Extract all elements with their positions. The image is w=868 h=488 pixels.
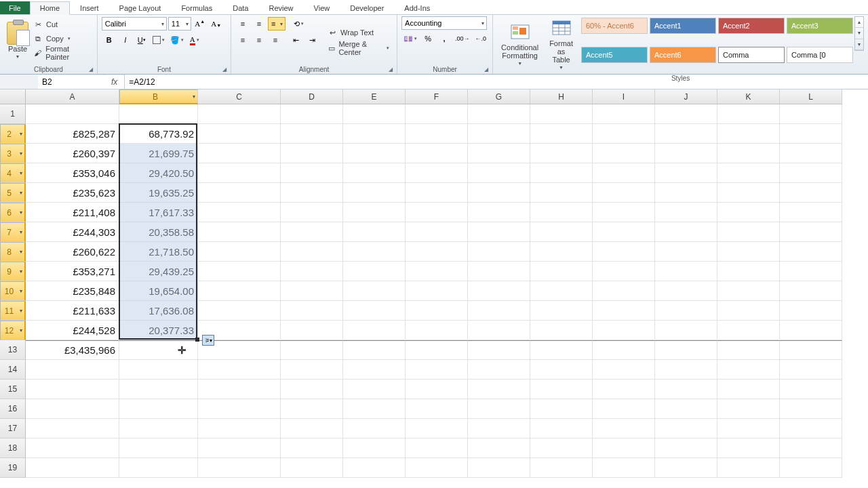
cell[interactable] <box>26 104 119 124</box>
cell[interactable] <box>717 321 780 340</box>
cell[interactable] <box>281 380 343 399</box>
cell[interactable] <box>655 222 717 242</box>
cell[interactable] <box>780 458 842 478</box>
cell[interactable] <box>780 242 842 262</box>
align-left-button[interactable]: ≡ <box>235 33 250 47</box>
cell[interactable] <box>281 419 343 439</box>
row-header[interactable]: 4 <box>0 163 26 183</box>
cell[interactable]: £260,622 <box>26 242 119 262</box>
cell[interactable] <box>198 399 281 419</box>
italic-button[interactable]: I <box>118 33 133 47</box>
row-header[interactable]: 10 <box>0 281 26 301</box>
column-header[interactable]: C <box>198 89 281 104</box>
cell[interactable] <box>655 144 717 163</box>
cell[interactable] <box>281 439 343 458</box>
cell[interactable] <box>343 340 406 360</box>
clipboard-dialog-launcher[interactable]: ◢ <box>89 66 96 73</box>
cell[interactable]: £260,397 <box>26 144 119 163</box>
cell[interactable] <box>468 281 530 301</box>
cell[interactable] <box>780 419 842 439</box>
cell[interactable] <box>343 380 406 399</box>
cell[interactable] <box>530 340 593 360</box>
cell[interactable] <box>281 321 343 340</box>
cell[interactable] <box>468 439 530 458</box>
column-header[interactable]: L <box>780 89 842 104</box>
cell[interactable] <box>468 301 530 321</box>
cell[interactable]: £353,271 <box>26 262 119 281</box>
cell[interactable] <box>655 360 717 380</box>
column-header[interactable]: B <box>119 89 198 104</box>
tab-add-ins[interactable]: Add-Ins <box>394 1 440 14</box>
cell[interactable] <box>593 203 655 222</box>
cell[interactable] <box>593 419 655 439</box>
cell[interactable] <box>343 360 406 380</box>
orientation-button[interactable]: ⟲ <box>291 16 306 31</box>
cell[interactable] <box>119 340 198 360</box>
bold-button[interactable]: B <box>102 33 117 47</box>
cell[interactable] <box>281 104 343 124</box>
cell[interactable] <box>530 321 593 340</box>
cell[interactable] <box>26 458 119 478</box>
cell[interactable]: £353,046 <box>26 163 119 183</box>
cell[interactable] <box>468 222 530 242</box>
cell[interactable] <box>593 262 655 281</box>
cell[interactable] <box>717 104 780 124</box>
cell-styles-gallery[interactable]: 60% - Accent6Accent1Accent2Accent3Accent… <box>580 16 864 73</box>
autofill-options-button[interactable]: ⚞▾ <box>202 335 214 346</box>
tab-page-layout[interactable]: Page Layout <box>109 1 172 14</box>
cell[interactable] <box>780 340 842 360</box>
row-header[interactable]: 17 <box>0 419 26 439</box>
cell[interactable] <box>198 380 281 399</box>
cell[interactable] <box>593 301 655 321</box>
cell[interactable] <box>406 281 468 301</box>
cell[interactable] <box>593 281 655 301</box>
comma-button[interactable]: , <box>437 31 452 46</box>
cell[interactable] <box>406 262 468 281</box>
cell[interactable] <box>717 340 780 360</box>
cell[interactable]: 17,636.08 <box>119 301 198 321</box>
cell[interactable] <box>655 124 717 144</box>
cell[interactable] <box>281 262 343 281</box>
fx-icon[interactable]: fx <box>108 77 120 87</box>
row-header[interactable]: 7 <box>0 222 26 242</box>
cell[interactable] <box>406 380 468 399</box>
cell[interactable] <box>343 321 406 340</box>
cell[interactable] <box>655 380 717 399</box>
accounting-format-button[interactable]: 💷 <box>401 31 419 46</box>
column-header[interactable]: H <box>530 89 593 104</box>
worksheet[interactable]: ABCDEFGHIJKL 123456789101112131415161718… <box>0 89 868 488</box>
cell[interactable]: 21,718.50 <box>119 242 198 262</box>
conditional-formatting-button[interactable]: Conditional Formatting▼ <box>497 16 542 73</box>
cell[interactable] <box>530 124 593 144</box>
cell[interactable] <box>119 439 198 458</box>
gallery-scroll[interactable]: ▲▼▼ <box>854 16 864 51</box>
cell[interactable] <box>198 360 281 380</box>
row-header[interactable]: 13 <box>0 340 26 360</box>
cell[interactable] <box>530 419 593 439</box>
cell[interactable]: 29,420.50 <box>119 163 198 183</box>
cell[interactable] <box>530 183 593 203</box>
style-cell[interactable]: Accent6 <box>650 47 716 63</box>
cell[interactable] <box>655 242 717 262</box>
row-header[interactable]: 6 <box>0 203 26 222</box>
cell[interactable] <box>468 104 530 124</box>
cell[interactable] <box>530 399 593 419</box>
cell[interactable] <box>593 458 655 478</box>
tab-home[interactable]: Home <box>30 1 70 15</box>
align-right-button[interactable]: ≡ <box>268 33 283 47</box>
cell[interactable] <box>406 360 468 380</box>
cell[interactable]: £211,408 <box>26 203 119 222</box>
cell[interactable] <box>119 380 198 399</box>
cell[interactable] <box>530 163 593 183</box>
cell[interactable] <box>468 262 530 281</box>
cell[interactable] <box>281 183 343 203</box>
cell[interactable] <box>343 163 406 183</box>
row-header[interactable]: 9 <box>0 262 26 281</box>
style-cell[interactable]: Accent5 <box>581 47 648 63</box>
cell[interactable] <box>468 399 530 419</box>
cell[interactable] <box>780 321 842 340</box>
cell[interactable]: £3,435,966 <box>26 340 119 360</box>
row-header[interactable]: 11 <box>0 301 26 321</box>
cell[interactable] <box>343 124 406 144</box>
cell[interactable] <box>281 399 343 419</box>
